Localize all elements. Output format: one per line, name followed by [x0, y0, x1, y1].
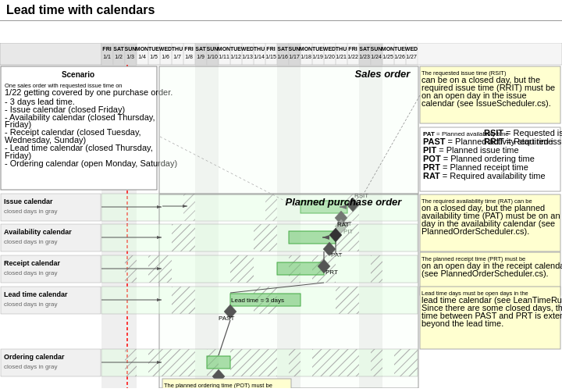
svg-text:1/19: 1/19	[312, 54, 323, 59]
svg-text:1/23: 1/23	[359, 54, 370, 59]
svg-text:MON: MON	[300, 46, 312, 52]
svg-text:Ordering calendar: Ordering calendar	[4, 353, 65, 361]
svg-text:THU: THU	[254, 46, 265, 52]
svg-text:1/24: 1/24	[371, 54, 382, 59]
svg-text:1/26: 1/26	[394, 54, 405, 59]
svg-text:SUN: SUN	[207, 46, 219, 52]
svg-text:FRI: FRI	[184, 46, 193, 52]
svg-text:(see PlannedOrderScheduler.cs): (see PlannedOrderScheduler.cs).	[422, 269, 549, 278]
svg-rect-163	[160, 255, 172, 283]
svg-text:WED: WED	[241, 46, 254, 52]
svg-text:1/1: 1/1	[103, 54, 111, 59]
svg-text:beyond the lead time.: beyond the lead time.	[422, 319, 503, 328]
svg-rect-15	[0, 43, 101, 65]
main-container: FRI 1/1 SAT 1/2 SUN 1/3 MON 1/4 TUE 1/5 …	[0, 21, 562, 388]
svg-text:TUE: TUE	[312, 46, 323, 52]
svg-text:TUE: TUE	[148, 46, 159, 52]
svg-text:1/6: 1/6	[162, 54, 169, 59]
svg-text:1/18: 1/18	[301, 54, 311, 59]
svg-rect-170	[277, 262, 324, 275]
svg-rect-181	[172, 287, 195, 314]
svg-text:SAT: SAT	[195, 46, 206, 52]
svg-text:1/11: 1/11	[219, 54, 229, 59]
svg-text:SUN: SUN	[371, 46, 382, 52]
svg-text:1/2: 1/2	[115, 54, 123, 59]
svg-text:TUE: TUE	[230, 46, 241, 52]
svg-text:1/27: 1/27	[406, 54, 417, 59]
svg-rect-142	[172, 224, 195, 251]
svg-text:1/9: 1/9	[197, 54, 205, 59]
svg-text:closed days in gray: closed days in gray	[4, 269, 57, 276]
svg-rect-203	[312, 349, 359, 376]
svg-rect-112	[159, 66, 418, 194]
svg-text:PlannedOrderScheduler.cs).: PlannedOrderScheduler.cs).	[422, 226, 529, 236]
svg-text:SAT: SAT	[113, 46, 124, 52]
svg-rect-202	[289, 349, 301, 376]
svg-text:Planned purchase order: Planned purchase order	[286, 196, 403, 208]
svg-text:SAT: SAT	[359, 46, 370, 52]
svg-text:1/25: 1/25	[382, 54, 393, 59]
svg-text:SUN: SUN	[125, 46, 137, 52]
svg-text:SUN: SUN	[289, 46, 301, 52]
svg-text:1/12: 1/12	[230, 54, 241, 59]
svg-text:Sales order: Sales order	[355, 68, 411, 80]
svg-text:PRT: PRT	[325, 269, 338, 276]
svg-text:WED: WED	[159, 46, 172, 52]
svg-text:THU: THU	[172, 46, 183, 52]
svg-text:FRI: FRI	[266, 46, 275, 52]
svg-text:1/20: 1/20	[324, 54, 335, 59]
svg-text:Issue calendar: Issue calendar	[4, 198, 53, 205]
svg-text:THU: THU	[336, 46, 347, 52]
svg-text:Lead time calendar: Lead time calendar	[4, 290, 68, 298]
svg-text:MON: MON	[136, 46, 148, 52]
svg-text:1/17: 1/17	[289, 54, 300, 59]
page-title: Lead time with calendars	[0, 0, 562, 21]
svg-rect-164	[230, 255, 242, 283]
svg-rect-143	[254, 224, 277, 251]
svg-text:FRI: FRI	[102, 46, 111, 52]
svg-text:WED: WED	[323, 46, 336, 52]
svg-text:closed days in gray: closed days in gray	[4, 363, 57, 370]
svg-text:1/21: 1/21	[336, 54, 347, 59]
svg-text:1/15: 1/15	[265, 54, 276, 59]
svg-text:TUE: TUE	[394, 46, 405, 52]
svg-text:FRI: FRI	[348, 46, 357, 52]
svg-rect-201	[230, 349, 277, 376]
svg-text:1/14: 1/14	[254, 54, 265, 59]
svg-text:1/10: 1/10	[207, 54, 218, 59]
svg-text:1/13: 1/13	[242, 54, 253, 59]
svg-text:Receipt calendar: Receipt calendar	[4, 259, 61, 267]
diagram-svg: FRI 1/1 SAT 1/2 SUN 1/3 MON 1/4 TUE 1/5 …	[0, 43, 562, 388]
svg-text:1/3: 1/3	[126, 54, 134, 59]
svg-rect-204	[371, 349, 382, 376]
svg-text:PAST: PAST	[219, 315, 234, 322]
svg-text:RAT = Required availability ti: RAT = Required availability time	[423, 171, 546, 180]
svg-text:1/7: 1/7	[173, 54, 181, 59]
svg-rect-165	[242, 255, 254, 283]
svg-text:Scenario: Scenario	[62, 70, 94, 79]
svg-rect-183	[336, 287, 359, 314]
svg-text:closed days in gray: closed days in gray	[4, 301, 57, 308]
svg-text:1/22: 1/22	[347, 54, 358, 59]
svg-text:closed days in gray: closed days in gray	[4, 208, 57, 215]
svg-text:MON: MON	[382, 46, 394, 52]
svg-text:1/8: 1/8	[185, 54, 193, 59]
svg-rect-205	[394, 349, 418, 376]
svg-text:MON: MON	[218, 46, 230, 52]
svg-text:calendar (see IssueScheduler.c: calendar (see IssueScheduler.cs).	[422, 98, 551, 108]
svg-text:RAT: RAT	[337, 221, 350, 228]
svg-text:WED: WED	[405, 46, 418, 52]
svg-text:- Ordering calendar (open Mond: - Ordering calendar (open Monday, Saturd…	[5, 159, 177, 168]
svg-text:on an open day in the ordering: on an open day in the ordering calendar	[164, 387, 316, 388]
svg-text:1/4: 1/4	[138, 54, 146, 59]
svg-text:closed days in gray: closed days in gray	[4, 238, 57, 245]
svg-text:1/5: 1/5	[150, 54, 158, 59]
svg-text:Availability calendar: Availability calendar	[4, 228, 72, 236]
svg-text:Lead time = 3 days: Lead time = 3 days	[231, 297, 284, 304]
svg-text:RRIT = Required issue time: RRIT = Required issue time	[484, 137, 562, 146]
svg-text:SAT: SAT	[277, 46, 288, 52]
svg-rect-206	[207, 356, 230, 369]
svg-text:1/22 getting covered by one pu: 1/22 getting covered by one purchase ord…	[5, 87, 173, 97]
svg-rect-169	[371, 255, 382, 283]
svg-text:1/16: 1/16	[277, 54, 288, 59]
